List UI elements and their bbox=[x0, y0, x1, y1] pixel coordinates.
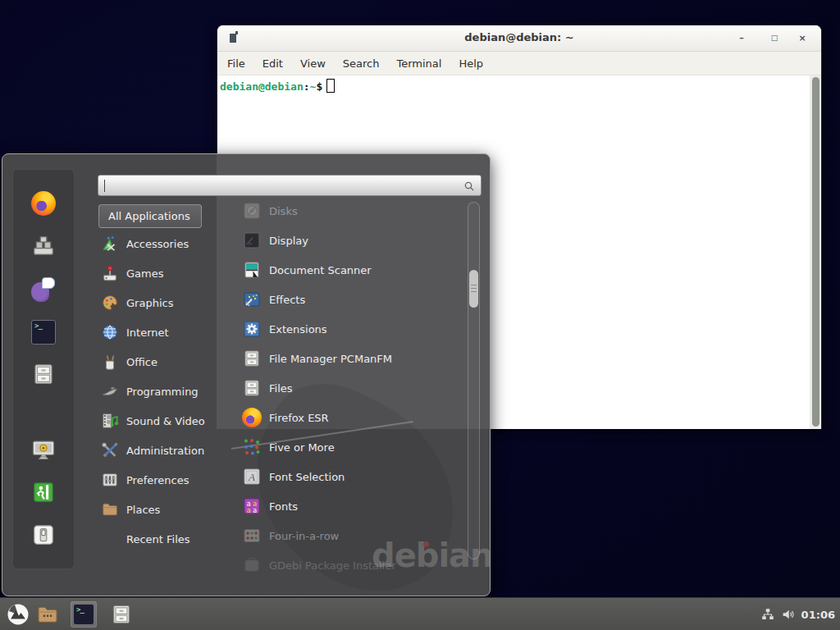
favorite-log-out[interactable] bbox=[29, 477, 58, 507]
category-all-applications[interactable]: All Applications bbox=[98, 204, 202, 228]
accessories-icon bbox=[101, 235, 119, 253]
terminal-titlebar[interactable]: debian@debian: ~ – □ × bbox=[217, 25, 821, 52]
category-recent-files[interactable]: Recent Files bbox=[93, 524, 234, 554]
category-graphics[interactable]: Graphics bbox=[93, 288, 234, 317]
maximize-button[interactable]: □ bbox=[765, 30, 783, 46]
five-or-more-icon bbox=[242, 437, 262, 457]
log-out-icon bbox=[31, 480, 56, 504]
menu-edit[interactable]: Edit bbox=[262, 57, 283, 70]
svg-text:A: A bbox=[248, 471, 255, 483]
category-label: Recent Files bbox=[126, 533, 190, 546]
app-row-effects[interactable]: Effects bbox=[234, 285, 468, 314]
category-accessories[interactable]: Accessories bbox=[93, 229, 234, 258]
document-scanner-icon bbox=[242, 260, 262, 280]
taskbar-menu-button[interactable] bbox=[5, 601, 31, 628]
minimize-button[interactable]: – bbox=[733, 30, 751, 46]
app-row-gdebi-package-installer[interactable]: GDebi Package Installer bbox=[234, 550, 468, 580]
favorite-pidgin[interactable] bbox=[29, 275, 58, 304]
four-in-a-row-icon bbox=[242, 526, 262, 546]
disks-icon bbox=[242, 201, 262, 221]
office-icon bbox=[101, 353, 119, 371]
terminal-scrollbar[interactable] bbox=[810, 75, 821, 429]
close-button[interactable]: × bbox=[793, 30, 811, 46]
menu-scrollbar-handle[interactable] bbox=[469, 270, 478, 308]
favorite-lock-screen[interactable] bbox=[29, 435, 58, 464]
pidgin-icon bbox=[31, 277, 56, 302]
app-row-five-or-more[interactable]: Five or More bbox=[234, 432, 468, 462]
category-office[interactable]: Office bbox=[93, 347, 234, 377]
taskbar-file-cabinet-button[interactable] bbox=[108, 601, 135, 628]
application-menu: debian bbox=[2, 153, 491, 596]
application-list: Disks Display Document Scanner Effects E… bbox=[234, 196, 468, 580]
taskbar-clock[interactable]: 01:06 bbox=[801, 609, 835, 621]
app-label: Extensions bbox=[269, 323, 327, 336]
text-cursor bbox=[326, 79, 335, 93]
favorite-shut-down[interactable] bbox=[29, 520, 58, 550]
search-input[interactable] bbox=[105, 177, 453, 195]
app-row-document-scanner[interactable]: Document Scanner bbox=[234, 255, 468, 285]
category-label: Preferences bbox=[126, 474, 189, 486]
svg-text:a: a bbox=[247, 507, 251, 514]
fonts-icon: aaaa bbox=[242, 496, 262, 516]
taskbar-file-manager-button[interactable] bbox=[34, 601, 61, 628]
menu-scrollbar-track[interactable] bbox=[468, 202, 480, 559]
app-row-disks[interactable]: Disks bbox=[234, 196, 468, 226]
category-label: Internet bbox=[126, 326, 169, 339]
extensions-gear-icon bbox=[242, 319, 262, 339]
category-label: Graphics bbox=[126, 297, 173, 309]
internet-globe-icon bbox=[101, 323, 119, 341]
menu-help[interactable]: Help bbox=[459, 57, 483, 70]
category-label: Games bbox=[126, 267, 163, 280]
app-row-four-in-a-row[interactable]: Four-in-a-row bbox=[234, 521, 468, 550]
firefox-icon bbox=[31, 191, 56, 216]
effects-icon bbox=[242, 290, 262, 309]
recent-files-spacer bbox=[101, 530, 119, 548]
app-row-extensions[interactable]: Extensions bbox=[234, 314, 468, 344]
category-internet[interactable]: Internet bbox=[93, 317, 234, 347]
display-icon bbox=[242, 231, 262, 250]
menu-search[interactable]: Search bbox=[343, 57, 380, 70]
shell-prompt: debian@debian:~$ bbox=[220, 79, 335, 93]
preferences-icon bbox=[101, 471, 119, 489]
system-tray: 01:06 bbox=[760, 598, 835, 630]
file-cabinet-icon bbox=[242, 349, 262, 368]
app-label: GDebi Package Installer bbox=[269, 559, 396, 572]
menu-view[interactable]: View bbox=[300, 57, 326, 70]
taskbar-terminal-button[interactable] bbox=[71, 601, 97, 628]
file-cabinet-icon bbox=[110, 603, 133, 626]
app-row-display[interactable]: Display bbox=[234, 226, 468, 255]
network-icon[interactable] bbox=[760, 607, 775, 622]
category-label: Sound & Video bbox=[126, 415, 205, 427]
app-row-fonts[interactable]: aaaa Fonts bbox=[234, 491, 468, 521]
favorite-terminal[interactable] bbox=[29, 317, 58, 347]
file-cabinet-icon bbox=[242, 378, 262, 398]
app-row-firefox-esr[interactable]: Firefox ESR bbox=[234, 403, 468, 432]
file-cabinet-icon bbox=[31, 362, 56, 386]
category-games[interactable]: Games bbox=[93, 258, 234, 288]
app-row-font-selection[interactable]: A Font Selection bbox=[234, 462, 468, 491]
app-row-files[interactable]: Files bbox=[234, 373, 468, 403]
category-administration[interactable]: Administration bbox=[93, 436, 234, 465]
volume-icon[interactable] bbox=[781, 607, 796, 622]
favorites-panel bbox=[12, 169, 75, 569]
terminal-scrollbar-handle[interactable] bbox=[812, 77, 819, 427]
menu-terminal[interactable]: Terminal bbox=[396, 57, 441, 70]
app-row-file-manager-pcmanfm[interactable]: File Manager PCManFM bbox=[234, 344, 468, 373]
taskbar: 01:06 bbox=[0, 597, 840, 630]
search-icon bbox=[463, 180, 476, 193]
app-label: File Manager PCManFM bbox=[269, 353, 392, 365]
category-label: Office bbox=[126, 356, 158, 368]
category-sound-video[interactable]: Sound & Video bbox=[93, 406, 234, 436]
category-programming[interactable]: Programming bbox=[93, 377, 234, 406]
app-label: Disks bbox=[269, 205, 298, 217]
favorite-file-manager[interactable] bbox=[29, 359, 58, 389]
app-label: Files bbox=[269, 382, 293, 395]
category-places[interactable]: Places bbox=[93, 495, 234, 524]
category-preferences[interactable]: Preferences bbox=[93, 465, 234, 495]
favorite-firefox[interactable] bbox=[29, 189, 58, 218]
gdebi-icon bbox=[242, 555, 262, 575]
favorite-package-manager[interactable] bbox=[29, 231, 58, 261]
font-selection-icon: A bbox=[242, 467, 262, 486]
menu-file[interactable]: File bbox=[227, 57, 245, 70]
lock-screen-icon bbox=[31, 437, 56, 462]
